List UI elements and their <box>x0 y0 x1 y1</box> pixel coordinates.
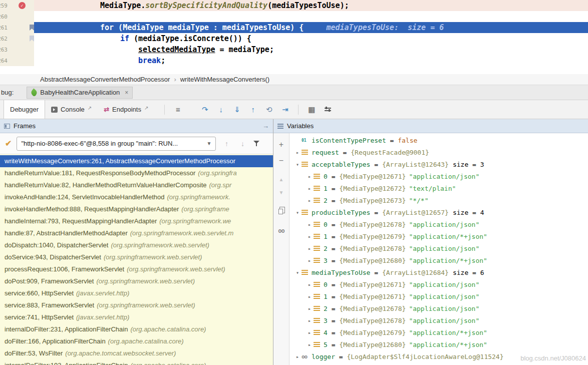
editor-line[interactable]: 263selectedMediaType = mediaType; <box>0 44 588 55</box>
expander-icon[interactable]: ▸ <box>306 198 314 203</box>
run-configuration-tab[interactable]: BabyHealthCareApplication × <box>27 87 133 99</box>
evaluate-expression-icon[interactable]: ▦ <box>305 103 319 116</box>
add-watch-button[interactable]: + <box>276 139 287 150</box>
variable-row[interactable]: ▸0 = {MediaType@12678}"application/json" <box>289 218 588 230</box>
remove-watch-button[interactable]: − <box>276 155 287 166</box>
variable-row[interactable]: ▸2 = {MediaType@12673}"*/*" <box>289 194 588 206</box>
expander-icon[interactable]: ▾ <box>293 210 302 215</box>
frame-row[interactable]: invokeHandlerMethod:888, RequestMappingH… <box>0 203 273 215</box>
expander-icon[interactable]: ▸ <box>293 354 302 359</box>
code-text[interactable]: break; <box>34 55 588 66</box>
editor-line[interactable]: 264break; <box>0 55 588 66</box>
show-watches-button[interactable]: oo <box>276 225 287 236</box>
frame-row[interactable]: internalDoFilter:231, ApplicationFilterC… <box>0 323 273 335</box>
variable-row[interactable]: ▸2 = {MediaType@12678}"application/json" <box>289 302 588 314</box>
tab-console[interactable]: Console↗ <box>45 100 98 119</box>
move-watch-down-button[interactable]: ▼ <box>276 188 287 196</box>
move-watch-up-button[interactable]: ▲ <box>276 175 287 183</box>
frame-row[interactable]: doDispatch:1040, DispatcherServlet(org.s… <box>0 239 273 251</box>
variable-row[interactable]: ▸2 = {MediaType@12678}"application/json" <box>289 242 588 254</box>
expander-icon[interactable]: ▸ <box>306 282 314 287</box>
frame-row[interactable]: processRequest:1006, FrameworkServlet(or… <box>0 263 273 275</box>
breakpoint-icon[interactable]: ✓ <box>19 2 26 9</box>
variable-row[interactable]: ▾producibleTypes = {ArrayList@12657}size… <box>289 206 588 218</box>
expander-icon[interactable]: ▸ <box>293 150 302 155</box>
variable-row[interactable]: ▸1 = {MediaType@12679}"application/*+jso… <box>289 230 588 242</box>
variable-row[interactable]: ▸4 = {MediaType@12679}"application/*+jso… <box>289 326 588 338</box>
variable-reference: {MediaType@12673} <box>339 197 406 204</box>
frame-row[interactable]: service:883, FrameworkServlet(org.spring… <box>0 299 273 311</box>
expander-icon[interactable]: ▸ <box>306 342 314 347</box>
variable-row[interactable]: ▸request = {RequestFacade@9001} <box>289 146 588 158</box>
variable-row[interactable]: ▾mediaTypesToUse = {ArrayList@12684}size… <box>289 266 588 278</box>
layout-menu-icon[interactable]: ≡ <box>171 103 185 116</box>
variable-row[interactable]: ▾acceptableTypes = {ArrayList@12643}size… <box>289 158 588 170</box>
breadcrumb-method[interactable]: writeWithMessageConverters() <box>180 76 269 83</box>
frames-panel-menu-icon[interactable]: → <box>262 122 269 130</box>
code-text[interactable] <box>34 11 588 22</box>
next-frame-button[interactable]: ↓ <box>237 140 248 148</box>
close-icon[interactable]: × <box>125 89 128 96</box>
expander-icon[interactable]: ▸ <box>306 174 314 179</box>
variable-row[interactable]: ▸0 = {MediaType@12671}"application/json" <box>289 278 588 290</box>
variable-row[interactable]: ▸0 = {MediaType@12671}"application/json" <box>289 170 588 182</box>
expander-icon[interactable]: ▸ <box>306 258 314 263</box>
run-to-cursor-icon[interactable]: ⇥ <box>278 103 292 116</box>
force-step-into-icon[interactable]: ⇓ <box>230 103 244 116</box>
frame-row[interactable]: doService:943, DispatcherServlet(org.spr… <box>0 251 273 263</box>
frame-row[interactable]: invokeAndHandle:124, ServletInvocableHan… <box>0 191 273 203</box>
line-number: 263 <box>0 47 8 53</box>
variable-row[interactable]: ▸3 = {MediaType@12678}"application/json" <box>289 314 588 326</box>
editor-line[interactable]: 259✓MediaType.sortBySpecificityAndQualit… <box>0 0 588 11</box>
variable-row[interactable]: 01isContentTypePreset = false <box>289 134 588 146</box>
variable-string-value: "application/*+json" <box>409 341 487 348</box>
tab-endpoints[interactable]: ⇄Endpoints↗ <box>98 100 154 119</box>
frame-row[interactable]: handleInternal:793, RequestMappingHandle… <box>0 215 273 227</box>
thread-dropdown[interactable]: "http-nio-8086-exec-6"@8,558 in group "m… <box>17 137 216 151</box>
code-editor[interactable]: 259✓MediaType.sortBySpecificityAndQualit… <box>0 0 588 74</box>
step-out-icon[interactable]: ↑ <box>246 103 260 116</box>
code-text[interactable]: for (MediaType mediaType : mediaTypesToU… <box>34 22 588 33</box>
frame-row[interactable]: handleReturnValue:181, RequestResponseBo… <box>0 167 273 179</box>
frame-row[interactable]: doFilter:166, ApplicationFilterChain(org… <box>0 335 273 347</box>
previous-frame-button[interactable]: ↑ <box>221 140 232 148</box>
expander-icon[interactable]: ▸ <box>306 246 314 251</box>
variable-string-value: "application/*+json" <box>409 329 487 336</box>
code-text[interactable]: MediaType.sortBySpecificityAndQuality(me… <box>34 0 588 11</box>
expander-icon[interactable]: ▸ <box>306 186 314 191</box>
frame-row[interactable]: doPost:909, FrameworkServlet(org.springf… <box>0 275 273 287</box>
expander-icon[interactable]: ▸ <box>306 222 314 227</box>
frame-row[interactable]: internalDoFilter:193, ApplicationFilterC… <box>0 359 273 365</box>
variable-row[interactable]: ▸5 = {MediaType@12680}"application/*+jso… <box>289 338 588 350</box>
expander-icon[interactable]: ▸ <box>306 306 314 311</box>
settings-icon[interactable] <box>321 103 335 116</box>
editor-line[interactable]: 262if (mediaType.isConcrete()) { <box>0 33 588 44</box>
expander-icon[interactable]: ▾ <box>293 162 302 167</box>
variable-row[interactable]: ▸1 = {MediaType@12671}"application/json" <box>289 290 588 302</box>
debugger-content: Frames → ✔ "http-nio-8086-exec-6"@8,558 … <box>0 119 588 365</box>
frame-row[interactable]: service:660, HttpServlet(javax.servlet.h… <box>0 287 273 299</box>
step-over-icon[interactable]: ↷ <box>198 103 212 116</box>
expander-icon[interactable]: ▸ <box>306 318 314 323</box>
frame-row[interactable]: handle:87, AbstractHandlerMethodAdapter(… <box>0 227 273 239</box>
variable-row[interactable]: ▸1 = {MediaType@12672}"text/plain" <box>289 182 588 194</box>
breadcrumb-class[interactable]: AbstractMessageConverterMethodProcessor <box>40 76 170 83</box>
expander-icon[interactable]: ▸ <box>306 330 314 335</box>
frame-row[interactable]: writeWithMessageConverters:261, Abstract… <box>0 155 273 167</box>
variable-row[interactable]: ▸3 = {MediaType@12680}"application/*+jso… <box>289 254 588 266</box>
step-into-icon[interactable]: ↓ <box>214 103 228 116</box>
editor-line[interactable]: 260 <box>0 11 588 22</box>
filter-frames-icon[interactable] <box>253 140 260 147</box>
code-text[interactable]: if (mediaType.isConcrete()) { <box>34 33 588 44</box>
expander-icon[interactable]: ▸ <box>306 294 314 299</box>
code-text[interactable]: selectedMediaType = mediaType; <box>34 44 588 55</box>
expander-icon[interactable]: ▾ <box>293 270 302 275</box>
frame-row[interactable]: handleReturnValue:82, HandlerMethodRetur… <box>0 179 273 191</box>
frame-row[interactable]: service:741, HttpServlet(javax.servlet.h… <box>0 311 273 323</box>
frame-row[interactable]: doFilter:53, WsFilter(org.apache.tomcat.… <box>0 347 273 359</box>
drop-frame-icon[interactable]: ⟲ <box>262 103 276 116</box>
expander-icon[interactable]: ▸ <box>306 234 314 239</box>
tab-debugger[interactable]: Debugger <box>4 100 45 119</box>
editor-line[interactable]: 261for (MediaType mediaType : mediaTypes… <box>0 22 588 33</box>
duplicate-watch-button[interactable] <box>276 205 287 216</box>
